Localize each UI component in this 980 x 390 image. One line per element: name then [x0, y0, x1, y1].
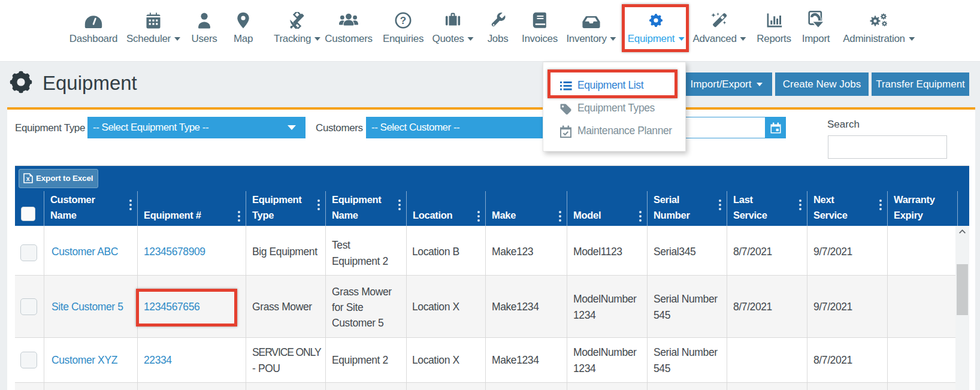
svg-text:x: x: [26, 175, 30, 182]
svg-text:?: ?: [400, 15, 406, 26]
